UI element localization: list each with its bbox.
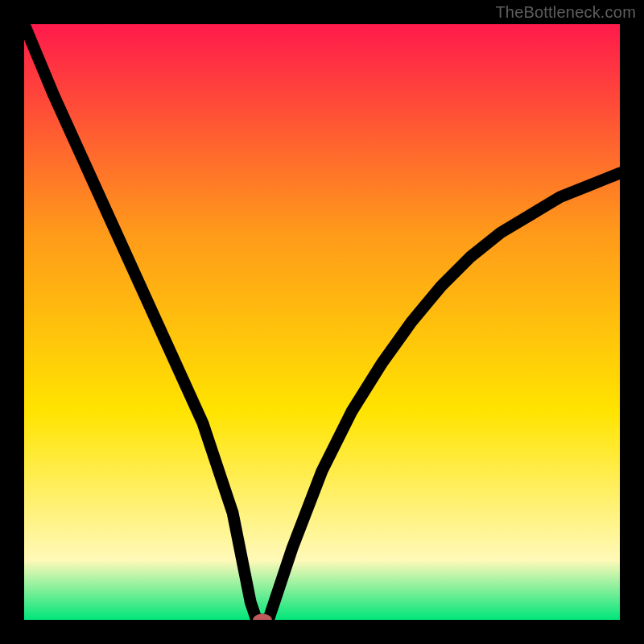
plot-background	[24, 24, 620, 620]
watermark-label: TheBottleneck.com	[495, 3, 636, 22]
chart-frame: TheBottleneck.com	[0, 0, 644, 644]
bottleneck-plot	[24, 24, 620, 620]
